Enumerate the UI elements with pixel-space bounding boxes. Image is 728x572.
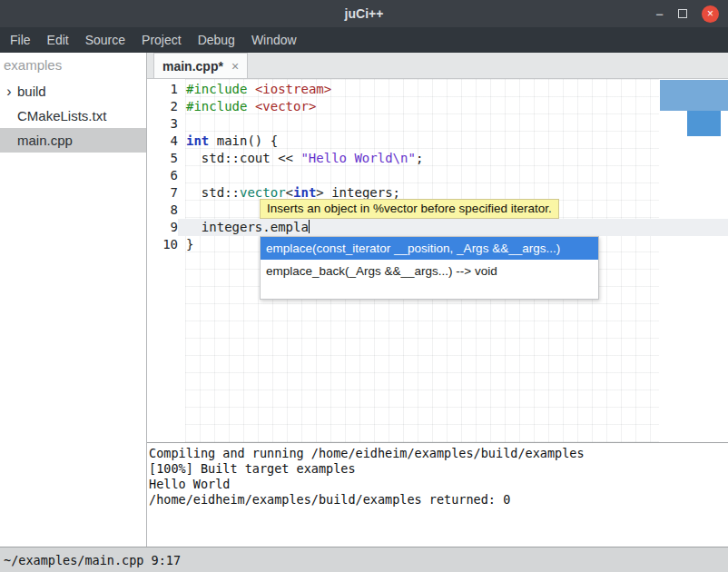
code-text[interactable]: #include <iostream> xyxy=(178,81,728,98)
scroll-overview-block-1[interactable] xyxy=(660,80,728,111)
code-line: 3 xyxy=(147,115,728,133)
code-text[interactable] xyxy=(178,115,728,133)
code-token: int xyxy=(186,133,209,148)
sidebar-item-build[interactable]: ›build xyxy=(0,79,146,104)
sidebar-item-label: main.cpp xyxy=(15,133,73,148)
line-number: 10 xyxy=(147,236,178,253)
title-bar: juCi++ − × xyxy=(0,0,728,27)
line-number: 3 xyxy=(147,115,178,133)
window-body: examples ›buildCMakeLists.txtmain.cpp ma… xyxy=(0,53,728,547)
file-tree: ›buildCMakeLists.txtmain.cpp xyxy=(0,79,146,153)
menu-item-window[interactable]: Window xyxy=(243,28,305,52)
code-token xyxy=(247,82,254,96)
code-token: ; xyxy=(416,151,423,165)
line-number: 7 xyxy=(147,184,178,202)
code-text[interactable]: int main() { xyxy=(178,133,728,150)
line-number: 9 xyxy=(147,219,178,236)
code-token: < xyxy=(286,185,293,200)
menu-item-debug[interactable]: Debug xyxy=(190,28,243,52)
line-number: 2 xyxy=(147,98,178,115)
terminal-output[interactable]: Compiling and running /home/eidheim/exam… xyxy=(147,442,728,547)
project-name: examples xyxy=(0,53,146,79)
code-token: int xyxy=(293,185,316,200)
code-line: 1#include <iostream> xyxy=(147,81,728,98)
code-text[interactable] xyxy=(178,167,728,184)
code-token: <vector> xyxy=(255,99,316,113)
code-line: 9 integers.empla xyxy=(147,219,728,236)
menu-item-edit[interactable]: Edit xyxy=(39,28,77,52)
code-token: vector xyxy=(240,185,286,200)
code-token: } xyxy=(186,237,193,251)
minimize-button[interactable]: − xyxy=(655,7,664,21)
completion-popup: emplace(const_iterator __position, _Args… xyxy=(260,236,599,300)
menu-item-file[interactable]: File xyxy=(2,28,39,52)
file-explorer: examples ›buildCMakeLists.txtmain.cpp xyxy=(0,53,147,547)
menu-item-project[interactable]: Project xyxy=(133,28,190,52)
code-token: > integers; xyxy=(316,185,400,200)
menu-item-source[interactable]: Source xyxy=(77,28,133,52)
sidebar-item-main-cpp[interactable]: main.cpp xyxy=(0,128,146,153)
line-number: 4 xyxy=(147,133,178,150)
status-file-position: ~/examples/main.cpp 9:17 xyxy=(4,553,181,567)
code-token xyxy=(247,99,254,113)
editor-pane: main.cpp* × 1#include <iostream>2#includ… xyxy=(147,53,728,547)
text-cursor xyxy=(309,220,310,233)
line-number: 1 xyxy=(147,81,178,98)
close-button[interactable]: × xyxy=(702,5,719,23)
sidebar-item-label: build xyxy=(15,84,46,99)
tab-bar: main.cpp* × xyxy=(147,53,728,79)
line-number: 8 xyxy=(147,202,178,219)
completion-item[interactable]: emplace_back(_Args &&__args...) --> void xyxy=(261,260,598,282)
chevron-right-icon: › xyxy=(0,84,15,99)
completion-item[interactable]: emplace(const_iterator __position, _Args… xyxy=(261,237,598,260)
scroll-overview-block-2[interactable] xyxy=(687,111,721,136)
code-token: std::cout << xyxy=(186,151,300,165)
code-token: integers.empla xyxy=(186,220,309,234)
code-token: main() { xyxy=(209,133,278,148)
code-token: <iostream> xyxy=(255,82,331,96)
menu-bar: FileEditSourceProjectDebugWindow xyxy=(0,27,728,53)
code-text[interactable]: integers.empla xyxy=(178,219,728,236)
window-title: juCi++ xyxy=(0,6,728,21)
terminal-line: Compiling and running /home/eidheim/exam… xyxy=(149,446,726,461)
tab-main-cpp[interactable]: main.cpp* × xyxy=(153,53,248,78)
code-token: std:: xyxy=(186,185,240,200)
code-token: #include xyxy=(186,82,247,96)
doc-tooltip-text: Inserts an object in %vector before spec… xyxy=(267,202,552,215)
sidebar-item-cmakelists-txt[interactable]: CMakeLists.txt xyxy=(0,104,146,128)
window-controls: − × xyxy=(655,5,728,23)
terminal-line: [100%] Built target examples xyxy=(149,461,726,477)
juci-window: juCi++ − × FileEditSourceProjectDebugWin… xyxy=(0,0,728,572)
terminal-line: /home/eidheim/examples/build/examples re… xyxy=(149,492,726,508)
code-text[interactable]: #include <vector> xyxy=(178,98,728,115)
code-line: 2#include <vector> xyxy=(147,98,728,115)
tab-label: main.cpp* xyxy=(162,59,223,74)
line-number: 6 xyxy=(147,167,178,184)
sidebar-item-label: CMakeLists.txt xyxy=(15,108,106,123)
code-line: 5 std::cout << "Hello World\n"; xyxy=(147,150,728,167)
code-token: "Hello World\n" xyxy=(300,151,415,165)
restore-button[interactable] xyxy=(678,9,687,18)
tab-close-button[interactable]: × xyxy=(231,59,239,74)
source-editor: 1#include <iostream>2#include <vector>34… xyxy=(147,79,728,442)
code-text[interactable]: std::cout << "Hello World\n"; xyxy=(178,150,728,167)
code-line: 4int main() { xyxy=(147,133,728,150)
line-number: 5 xyxy=(147,150,178,167)
terminal-line: Hello World xyxy=(149,477,726,492)
close-icon: × xyxy=(707,8,713,19)
status-bar: ~/examples/main.cpp 9:17 xyxy=(0,547,728,572)
minimize-icon: − xyxy=(655,6,664,22)
doc-tooltip: Inserts an object in %vector before spec… xyxy=(260,199,559,219)
code-token: #include xyxy=(186,99,247,113)
code-line: 6 xyxy=(147,167,728,184)
